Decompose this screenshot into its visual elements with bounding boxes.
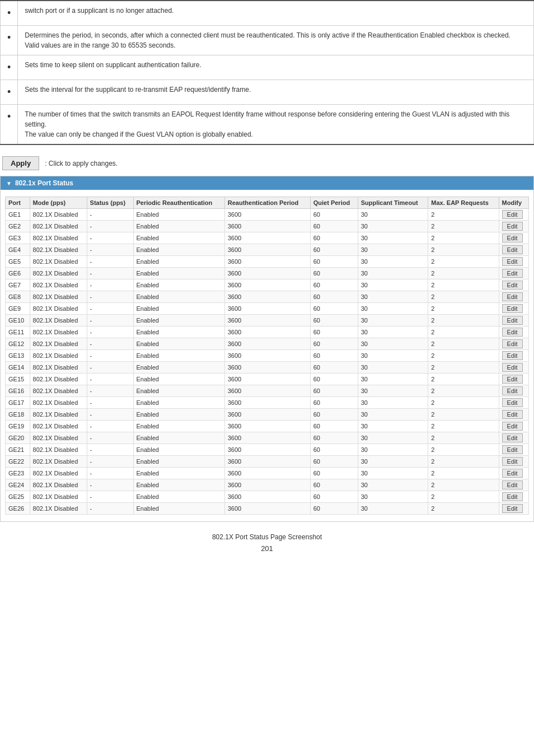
edit-button[interactable]: Edit (502, 281, 523, 290)
table-cell: 30 (358, 421, 428, 432)
table-cell: 60 (310, 244, 358, 256)
table-cell: 60 (310, 291, 358, 303)
table-cell: 30 (358, 315, 428, 326)
info-text: Sets time to keep silent on supplicant a… (18, 55, 534, 80)
table-cell: 2 (428, 432, 499, 444)
table-cell: 802.1X Disabled (30, 385, 87, 397)
table-row: GE19802.1X Disabled-Enabled360060302Edit (6, 421, 529, 432)
edit-cell: Edit (499, 362, 528, 374)
edit-button[interactable]: Edit (502, 422, 523, 431)
table-cell: 802.1X Disabled (30, 232, 87, 244)
table-cell: 3600 (224, 315, 310, 326)
table-cell: 802.1X Disabled (30, 209, 87, 221)
edit-button[interactable]: Edit (502, 445, 523, 454)
table-cell: - (87, 338, 133, 350)
table-cell: 60 (310, 432, 358, 444)
table-cell: 60 (310, 268, 358, 279)
table-cell: GE10 (6, 315, 30, 326)
edit-button[interactable]: Edit (502, 269, 523, 278)
edit-button[interactable]: Edit (502, 328, 523, 337)
table-cell: - (87, 456, 133, 468)
edit-button[interactable]: Edit (502, 351, 523, 360)
table-cell: 2 (428, 279, 499, 291)
table-cell: 60 (310, 479, 358, 491)
info-text: Sets the interval for the supplicant to … (18, 80, 534, 105)
table-row: GE6802.1X Disabled-Enabled360060302Edit (6, 268, 529, 279)
edit-button[interactable]: Edit (502, 469, 523, 478)
table-cell: GE20 (6, 432, 30, 444)
edit-cell: Edit (499, 479, 528, 491)
edit-button[interactable]: Edit (502, 433, 523, 442)
table-cell: Enabled (133, 209, 224, 221)
collapse-arrow-icon[interactable]: ▼ (6, 180, 12, 186)
bullet-cell: • (1, 1, 18, 26)
edit-button[interactable]: Edit (502, 245, 523, 254)
edit-button[interactable]: Edit (502, 210, 523, 219)
apply-button[interactable]: Apply (2, 156, 39, 170)
edit-cell: Edit (499, 385, 528, 397)
table-cell: 30 (358, 291, 428, 303)
table-cell: 2 (428, 232, 499, 244)
table-cell: GE4 (6, 244, 30, 256)
table-cell: 30 (358, 209, 428, 221)
table-cell: 802.1X Disabled (30, 244, 87, 256)
edit-button[interactable]: Edit (502, 316, 523, 325)
edit-button[interactable]: Edit (502, 234, 523, 242)
table-cell: 3600 (224, 279, 310, 291)
table-cell: 30 (358, 268, 428, 279)
edit-button[interactable]: Edit (502, 480, 523, 489)
table-cell: 3600 (224, 374, 310, 385)
edit-button[interactable]: Edit (502, 257, 523, 266)
table-cell: 60 (310, 221, 358, 232)
table-cell: 802.1X Disabled (30, 303, 87, 315)
table-cell: GE9 (6, 303, 30, 315)
table-cell: 2 (428, 385, 499, 397)
port-status-section: ▼ 802.1x Port Status PortMode (pps)Statu… (0, 176, 534, 522)
table-cell: Enabled (133, 432, 224, 444)
edit-button[interactable]: Edit (502, 339, 523, 348)
edit-button[interactable]: Edit (502, 304, 523, 313)
table-cell: 2 (428, 350, 499, 362)
table-cell: 2 (428, 268, 499, 279)
table-row: GE26802.1X Disabled-Enabled360060302Edit (6, 503, 529, 515)
edit-button[interactable]: Edit (502, 492, 523, 501)
edit-button[interactable]: Edit (502, 375, 523, 384)
port-status-title: 802.1x Port Status (15, 179, 73, 187)
table-cell: 802.1X Disabled (30, 362, 87, 374)
table-cell: 3600 (224, 338, 310, 350)
table-cell: 30 (358, 491, 428, 503)
table-cell: 2 (428, 244, 499, 256)
table-cell: GE6 (6, 268, 30, 279)
table-cell: 30 (358, 456, 428, 468)
edit-button[interactable]: Edit (502, 292, 523, 301)
table-cell: - (87, 432, 133, 444)
table-cell: 30 (358, 432, 428, 444)
edit-button[interactable]: Edit (502, 386, 523, 395)
edit-cell: Edit (499, 315, 528, 326)
edit-cell: Edit (499, 256, 528, 268)
table-cell: - (87, 279, 133, 291)
table-cell: Enabled (133, 256, 224, 268)
table-cell: 2 (428, 491, 499, 503)
edit-button[interactable]: Edit (502, 504, 523, 513)
edit-cell: Edit (499, 209, 528, 221)
table-cell: 802.1X Disabled (30, 468, 87, 479)
table-row: GE2802.1X Disabled-Enabled360060302Edit (6, 221, 529, 232)
edit-cell: Edit (499, 221, 528, 232)
table-row: GE11802.1X Disabled-Enabled360060302Edit (6, 326, 529, 338)
table-cell: Enabled (133, 468, 224, 479)
edit-button[interactable]: Edit (502, 222, 523, 231)
table-cell: - (87, 397, 133, 409)
table-cell: GE1 (6, 209, 30, 221)
table-cell: 60 (310, 362, 358, 374)
table-row: GE20802.1X Disabled-Enabled360060302Edit (6, 432, 529, 444)
table-cell: 60 (310, 456, 358, 468)
edit-button[interactable]: Edit (502, 410, 523, 419)
edit-button[interactable]: Edit (502, 457, 523, 466)
edit-button[interactable]: Edit (502, 363, 523, 372)
table-cell: GE12 (6, 338, 30, 350)
table-cell: Enabled (133, 397, 224, 409)
edit-button[interactable]: Edit (502, 398, 523, 407)
table-cell: - (87, 209, 133, 221)
info-text: The number of times that the switch tran… (18, 105, 534, 145)
